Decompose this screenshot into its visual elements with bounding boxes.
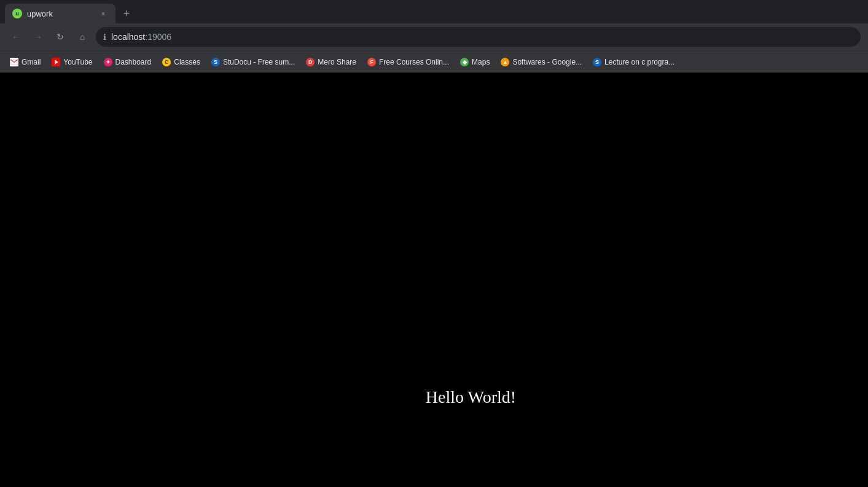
home-button[interactable]: ⌂	[74, 28, 91, 46]
lecture-favicon-icon: S	[593, 58, 601, 66]
forward-button[interactable]: →	[29, 28, 47, 46]
page-content: Hello World!	[0, 73, 868, 487]
studocu-favicon-icon: S	[211, 58, 220, 66]
bookmarks-bar: Gmail YouTube ✦ Dashboard C Classes S St…	[0, 50, 868, 73]
active-tab[interactable]: u upwork ×	[5, 4, 115, 23]
back-button[interactable]: ←	[7, 28, 25, 46]
url-host: localhost	[111, 32, 145, 42]
bookmark-classes-label: Classes	[174, 58, 200, 66]
bookmark-meroshare[interactable]: D Mero Share	[301, 54, 361, 70]
navigation-bar: ← → ↻ ⌂ ℹ localhost:19006	[0, 23, 868, 50]
security-icon: ℹ	[103, 33, 106, 42]
hello-world-heading: Hello World!	[426, 387, 516, 407]
bookmark-softwares-label: Softwares - Google...	[512, 58, 582, 66]
bookmark-classes[interactable]: C Classes	[157, 54, 205, 70]
gmail-favicon-icon	[10, 58, 18, 66]
freecourses-favicon-icon: F	[367, 58, 376, 66]
bookmark-freecourses[interactable]: F Free Courses Onlin...	[362, 54, 454, 70]
bookmark-youtube[interactable]: YouTube	[47, 54, 97, 70]
dashboard-favicon-icon: ✦	[104, 58, 112, 66]
bookmark-maps[interactable]: ◆ Maps	[455, 54, 495, 70]
softwares-favicon-icon: ▲	[501, 58, 509, 66]
bookmark-meroshare-label: Mero Share	[318, 58, 356, 66]
bookmark-dashboard[interactable]: ✦ Dashboard	[99, 54, 157, 70]
tab-close-button[interactable]: ×	[98, 9, 108, 18]
tab-bar: u upwork × +	[0, 0, 868, 23]
bookmark-studocu[interactable]: S StuDocu - Free sum...	[206, 54, 300, 70]
tab-favicon: u	[12, 9, 22, 18]
new-tab-button[interactable]: +	[118, 5, 135, 22]
bookmark-gmail[interactable]: Gmail	[5, 54, 45, 70]
meroshare-favicon-icon: D	[306, 58, 315, 66]
reload-button[interactable]: ↻	[52, 28, 69, 46]
maps-favicon-icon: ◆	[460, 58, 469, 66]
bookmark-lecture[interactable]: S Lecture on c progra...	[588, 54, 679, 70]
bookmark-softwares[interactable]: ▲ Softwares - Google...	[496, 54, 587, 70]
youtube-favicon-icon	[52, 58, 60, 66]
classes-favicon-icon: C	[162, 58, 171, 66]
bookmark-studocu-label: StuDocu - Free sum...	[223, 58, 295, 66]
bookmark-dashboard-label: Dashboard	[115, 58, 152, 66]
tab-title: upwork	[27, 9, 93, 18]
upwork-favicon-icon: u	[12, 9, 22, 18]
bookmark-lecture-label: Lecture on c progra...	[604, 58, 674, 66]
url-port: :19006	[145, 32, 171, 42]
address-bar[interactable]: ℹ localhost:19006	[96, 27, 861, 47]
bookmark-maps-label: Maps	[472, 58, 490, 66]
bookmark-youtube-label: YouTube	[63, 58, 92, 66]
bookmark-gmail-label: Gmail	[22, 58, 41, 66]
browser-chrome: u upwork × + ← → ↻ ⌂ ℹ localhost:19006	[0, 0, 868, 73]
bookmark-freecourses-label: Free Courses Onlin...	[379, 58, 449, 66]
url-display[interactable]: localhost:19006	[111, 32, 853, 42]
